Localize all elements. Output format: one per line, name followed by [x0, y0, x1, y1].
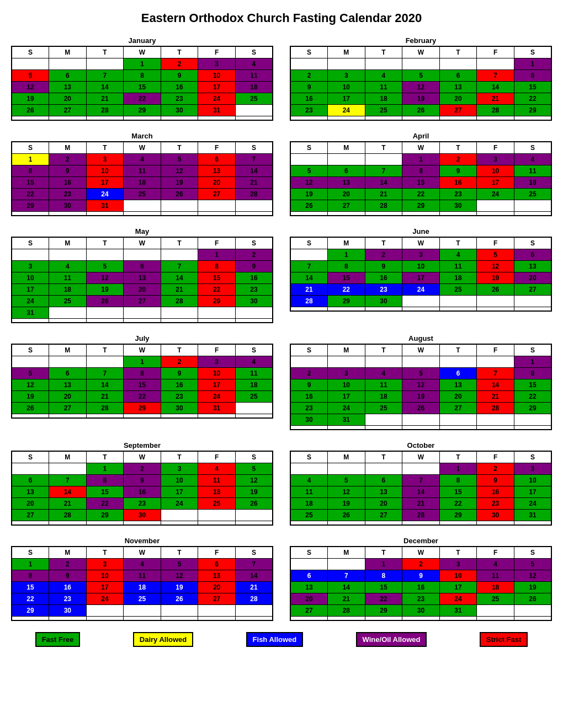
calendar-day [235, 414, 273, 419]
calendar-day: 24 [477, 189, 514, 200]
calendar-day: 4 [235, 356, 273, 368]
calendar-day: 8 [514, 70, 551, 82]
calendar-day: 25 [124, 593, 161, 605]
calendar-day [198, 521, 236, 526]
calendar-day [124, 307, 161, 319]
calendar-day: 21 [161, 284, 198, 296]
day-header: F [198, 237, 236, 249]
calendar-day: 22 [514, 391, 551, 403]
calendar-day: 11 [290, 486, 328, 498]
calendar-day [290, 249, 328, 261]
calendar-day [124, 319, 161, 323]
day-header: T [365, 547, 402, 559]
calendar-day: 13 [514, 261, 551, 272]
calendar-day: 4 [235, 58, 273, 70]
day-header: M [328, 344, 365, 356]
calendar-day [12, 249, 49, 261]
calendar-day: 3 [161, 463, 198, 475]
calendar-day: 30 [235, 296, 273, 307]
calendar-day [235, 605, 273, 617]
calendar-day: 30 [439, 200, 477, 212]
calendar-day: 6 [49, 368, 87, 379]
calendar-day: 27 [514, 284, 551, 296]
calendar-day: 25 [235, 93, 273, 105]
calendar-day: 5 [235, 463, 273, 475]
calendar-day: 28 [290, 296, 328, 307]
calendar-day: 21 [328, 593, 365, 605]
calendar-day [235, 212, 273, 216]
calendar-day [86, 521, 124, 526]
calendar-day [514, 116, 551, 121]
calendar-day [86, 116, 124, 121]
calendar-day: 17 [402, 272, 440, 284]
calendar-day [12, 356, 49, 368]
day-header: F [198, 547, 236, 559]
calendar-day: 18 [365, 391, 402, 403]
calendar-day: 19 [12, 93, 49, 105]
calendar-day: 26 [161, 189, 198, 200]
calendar-day: 17 [86, 582, 124, 593]
calendar-day: 20 [198, 582, 236, 593]
calendar-day: 2 [161, 356, 198, 368]
calendar-day [12, 319, 49, 323]
calendar-day: 24 [86, 189, 124, 200]
calendar-day: 3 [439, 559, 477, 570]
calendar-day: 28 [477, 403, 514, 414]
calendar-day [514, 617, 551, 621]
calendar-day [12, 521, 49, 526]
calendar-day [198, 319, 236, 323]
calendar-day [124, 617, 161, 621]
calendar-day: 16 [439, 177, 477, 189]
calendar-day: 17 [198, 82, 236, 93]
calendar-day: 1 [124, 356, 161, 368]
calendar-day: 29 [402, 200, 440, 212]
calendar-day [328, 356, 365, 368]
calendar-day: 14 [402, 486, 440, 498]
calendar-day: 18 [477, 582, 514, 593]
calendar-day: 7 [235, 559, 273, 570]
calendar-day [161, 414, 198, 419]
calendar-day: 3 [514, 463, 551, 475]
calendar-day: 16 [290, 93, 328, 105]
calendar-day: 7 [477, 368, 514, 379]
calendars-grid: JanuarySMTWTFS12345678910111213141516171… [11, 36, 552, 621]
calendar-day: 7 [86, 70, 124, 82]
calendar-day: 17 [86, 177, 124, 189]
calendar-day: 30 [161, 403, 198, 414]
calendar-day [12, 58, 49, 70]
month-table: SMTWTFS123456789101112131415161718192021… [11, 451, 273, 526]
calendar-day: 14 [235, 165, 273, 177]
day-header: S [12, 451, 49, 463]
calendar-day: 16 [161, 379, 198, 391]
day-header: S [514, 142, 551, 154]
month-table: SMTWTFS123456789101112131415161718192021… [290, 344, 552, 430]
legend-item: Fish Allowed [246, 632, 304, 647]
legend-item: Fast Free [35, 632, 81, 647]
calendar-day: 27 [198, 593, 236, 605]
day-header: S [12, 142, 49, 154]
calendar-day: 26 [514, 593, 551, 605]
calendar-day: 23 [402, 593, 440, 605]
calendar-day: 6 [290, 570, 328, 582]
calendar-day: 24 [328, 403, 365, 414]
calendar-day [514, 521, 551, 526]
day-header: T [365, 46, 402, 58]
calendar-day: 27 [49, 403, 87, 414]
calendar-day: 30 [402, 605, 440, 617]
calendar-day: 25 [198, 498, 236, 510]
calendar-day: 10 [86, 165, 124, 177]
calendar-day: 30 [365, 296, 402, 307]
calendar-day [290, 212, 328, 216]
calendar-day: 12 [12, 379, 49, 391]
calendar-day: 4 [477, 559, 514, 570]
calendar-day: 20 [290, 593, 328, 605]
day-header: W [402, 142, 440, 154]
calendar-day: 19 [402, 93, 440, 105]
calendar-day: 11 [49, 272, 87, 284]
day-header: W [124, 344, 161, 356]
calendar-day: 5 [477, 249, 514, 261]
calendar-day [477, 58, 514, 70]
month-table: SMTWTFS123456789101112131415161718192021… [290, 237, 552, 312]
calendar-day: 22 [124, 93, 161, 105]
calendar-day: 13 [198, 570, 236, 582]
